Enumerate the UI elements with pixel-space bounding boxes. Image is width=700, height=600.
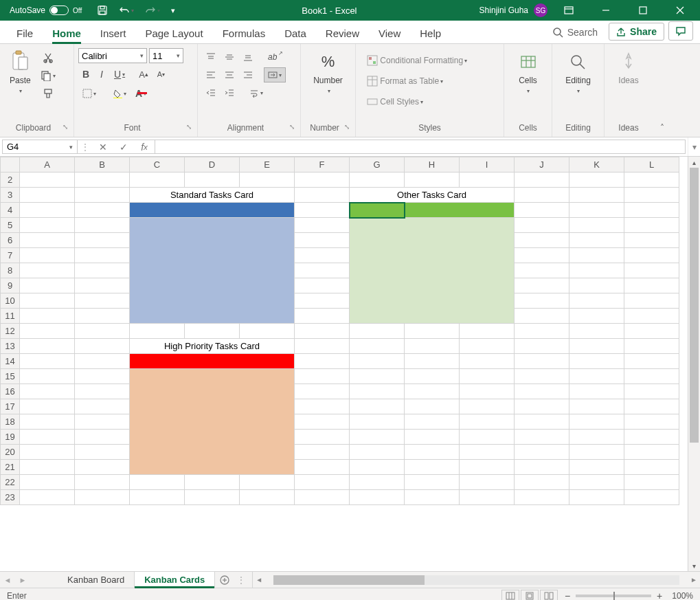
row-header[interactable]: 5: [1, 218, 20, 233]
zoom-in-button[interactable]: +: [657, 590, 662, 601]
col-header[interactable]: F: [295, 157, 350, 173]
row-header[interactable]: 23: [1, 490, 20, 505]
shrink-font-button[interactable]: A▾: [153, 66, 169, 82]
tab-help[interactable]: Help: [410, 22, 451, 43]
scroll-up-icon[interactable]: ▴: [688, 157, 700, 168]
qat-customize[interactable]: ▾: [167, 3, 179, 18]
normal-view-button[interactable]: [501, 590, 519, 601]
wrap-text-button[interactable]: ▾: [245, 85, 267, 100]
borders-button[interactable]: ▾: [78, 85, 100, 102]
row-header[interactable]: 21: [1, 460, 20, 475]
format-painter-button[interactable]: [36, 85, 60, 102]
tab-split-grip[interactable]: ⋮: [234, 572, 248, 588]
italic-button[interactable]: I: [94, 66, 109, 82]
tab-nav-prev[interactable]: ◄: [0, 572, 15, 588]
sheet-table[interactable]: A B C D E F G H I J K L 2 3Standard Task…: [0, 157, 679, 505]
save-icon[interactable]: [93, 2, 112, 19]
row-header[interactable]: 14: [1, 354, 20, 369]
bold-button[interactable]: B: [78, 66, 93, 82]
decrease-indent-button[interactable]: [202, 85, 220, 100]
row-header[interactable]: 3: [1, 188, 20, 203]
collapse-ribbon-button[interactable]: ˄: [653, 44, 672, 137]
grow-font-button[interactable]: A▴: [135, 66, 153, 82]
fx-button[interactable]: fx: [134, 142, 155, 153]
sheet-tab-kanban-board[interactable]: Kanban Board: [58, 572, 135, 588]
undo-button[interactable]: ▾: [115, 2, 138, 19]
autosave-toggle[interactable]: AutoSave Off: [0, 5, 89, 15]
share-button[interactable]: Share: [609, 23, 664, 41]
maximize-button[interactable]: [627, 0, 659, 21]
new-sheet-button[interactable]: [215, 572, 234, 588]
font-size-dropdown[interactable]: 11▾: [149, 48, 183, 63]
row-header[interactable]: 20: [1, 445, 20, 460]
zoom-level[interactable]: 100%: [672, 591, 693, 601]
row-header[interactable]: 2: [1, 173, 20, 188]
select-all-corner[interactable]: [1, 157, 20, 173]
row-header[interactable]: 7: [1, 248, 20, 263]
row-header[interactable]: 6: [1, 233, 20, 248]
increase-indent-button[interactable]: [221, 85, 238, 100]
standard-card-body[interactable]: [130, 218, 295, 324]
row-header[interactable]: 11: [1, 309, 20, 324]
align-center-button[interactable]: [221, 67, 238, 82]
user-name[interactable]: Shinjini Guha: [479, 5, 528, 15]
page-break-view-button[interactable]: [540, 590, 558, 601]
other-card-title[interactable]: Other Tasks Card: [350, 188, 515, 203]
font-name-dropdown[interactable]: Calibri▾: [78, 48, 147, 63]
font-dialog-icon[interactable]: ⤡: [186, 123, 192, 131]
row-header[interactable]: 16: [1, 384, 20, 399]
align-left-button[interactable]: [202, 67, 220, 82]
minimize-button[interactable]: [590, 0, 622, 21]
align-right-button[interactable]: [239, 67, 257, 82]
underline-button[interactable]: U▾: [110, 66, 129, 82]
ribbon-display-icon[interactable]: [553, 0, 585, 21]
row-header[interactable]: 10: [1, 293, 20, 309]
page-layout-view-button[interactable]: [521, 590, 539, 601]
format-as-table-button[interactable]: Format as Table▾: [363, 73, 497, 89]
vertical-scrollbar[interactable]: ▴ ▾: [688, 157, 700, 571]
name-box[interactable]: G4▾: [2, 140, 78, 154]
row-header[interactable]: 8: [1, 263, 20, 278]
col-header[interactable]: C: [130, 157, 185, 173]
high-priority-card-header[interactable]: [130, 354, 295, 369]
tell-me-search[interactable]: Search: [545, 24, 605, 41]
formula-input[interactable]: [155, 140, 686, 154]
tab-data[interactable]: Data: [275, 22, 316, 43]
expand-formula-bar[interactable]: ▾: [688, 137, 700, 156]
number-format-button[interactable]: % Number▾: [308, 47, 348, 98]
user-avatar[interactable]: SG: [534, 3, 547, 17]
close-button[interactable]: [664, 0, 696, 21]
row-header[interactable]: 17: [1, 399, 20, 414]
col-header[interactable]: I: [460, 157, 515, 173]
col-header[interactable]: D: [185, 157, 240, 173]
zoom-out-button[interactable]: −: [565, 590, 570, 601]
fill-color-button[interactable]: ▾: [109, 85, 131, 102]
other-card-header[interactable]: [405, 203, 515, 218]
tab-insert[interactable]: Insert: [91, 22, 136, 43]
other-card-body[interactable]: [350, 218, 515, 324]
name-box-grip[interactable]: ⋮: [78, 140, 93, 154]
row-header[interactable]: 19: [1, 430, 20, 445]
standard-card-title[interactable]: Standard Tasks Card: [130, 188, 295, 203]
cell-styles-button[interactable]: Cell Styles▾: [363, 93, 497, 110]
orientation-button[interactable]: ab↗: [264, 49, 287, 65]
paste-button[interactable]: Paste▾: [4, 47, 36, 98]
ideas-button[interactable]: Ideas: [613, 47, 644, 88]
tab-view[interactable]: View: [369, 22, 410, 43]
row-header[interactable]: 4: [1, 203, 20, 218]
tab-home[interactable]: Home: [43, 22, 91, 43]
col-header[interactable]: H: [405, 157, 460, 173]
hscroll-left-icon[interactable]: ◄: [256, 576, 262, 584]
clipboard-dialog-icon[interactable]: ⤡: [63, 123, 68, 131]
col-header[interactable]: A: [20, 157, 75, 173]
copy-button[interactable]: ▾: [36, 67, 60, 84]
tab-formulas[interactable]: Formulas: [213, 22, 275, 43]
row-header[interactable]: 22: [1, 475, 20, 490]
comments-button[interactable]: [668, 21, 693, 41]
scroll-thumb[interactable]: [690, 168, 699, 443]
autosave-switch[interactable]: [49, 5, 69, 15]
col-header[interactable]: B: [75, 157, 130, 173]
hscroll-thumb[interactable]: [273, 575, 425, 585]
cancel-formula-button[interactable]: ✕: [93, 142, 113, 153]
row-header[interactable]: 15: [1, 369, 20, 384]
